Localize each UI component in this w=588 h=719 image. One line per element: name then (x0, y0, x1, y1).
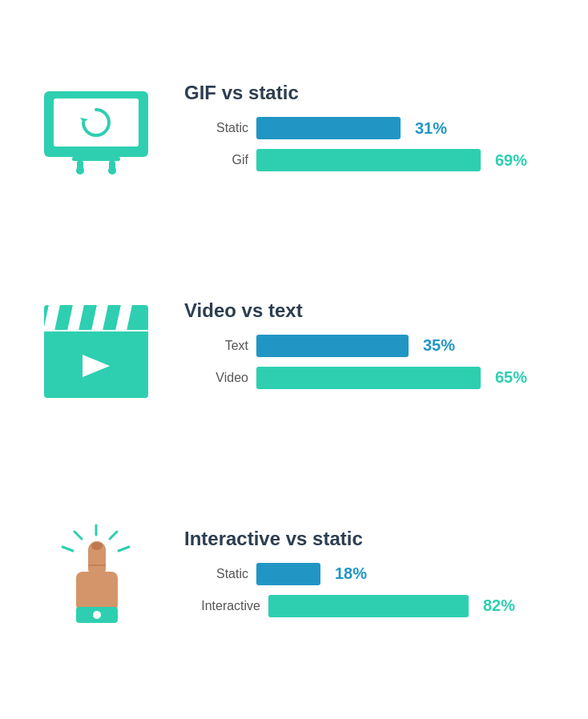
interactive-vs-static-title: Interactive vs static (184, 528, 556, 550)
svg-line-17 (110, 532, 117, 539)
video-icon (36, 297, 156, 401)
gif-static-label: Static (184, 121, 248, 135)
gif-icon-area (32, 87, 160, 175)
interactive-interactive-bar-row: Interactive 82% (184, 595, 556, 617)
gif-static-pct: 31% (415, 119, 447, 138)
svg-point-25 (91, 542, 103, 550)
svg-line-20 (62, 547, 73, 551)
video-video-pct: 65% (495, 368, 527, 387)
gif-static-bar-row: Static 31% (184, 117, 556, 139)
svg-line-18 (119, 547, 129, 551)
gif-vs-static-section: GIF vs static Static 31% Gif 69% (32, 82, 556, 181)
interactive-interactive-label: Interactive (184, 599, 260, 613)
gif-vs-static-title: GIF vs static (184, 82, 556, 104)
interactive-interactive-bar (268, 595, 469, 617)
video-text-label: Text (184, 339, 248, 353)
interactive-static-label: Static (184, 567, 248, 581)
gif-gif-label: Gif (184, 153, 248, 167)
interactive-static-bar (256, 563, 320, 585)
video-vs-text-section: Video vs text Text 35% Video 65% (32, 297, 556, 401)
video-text-bar (256, 335, 409, 357)
interactive-vs-static-section: Interactive vs static Static 18% Interac… (32, 517, 556, 637)
svg-line-19 (75, 532, 82, 539)
svg-rect-1 (54, 98, 139, 147)
video-icon-area (32, 297, 160, 401)
gif-gif-pct: 69% (495, 151, 527, 170)
svg-rect-22 (76, 572, 118, 612)
interactive-static-pct: 18% (335, 564, 367, 583)
svg-rect-7 (109, 161, 115, 173)
video-video-label: Video (184, 371, 248, 385)
video-text-bar-row: Text 35% (184, 335, 556, 357)
touch-icon (36, 517, 156, 637)
gif-vs-static-chart: GIF vs static Static 31% Gif 69% (184, 82, 556, 181)
gif-gif-bar (256, 149, 481, 171)
touch-icon-area (32, 517, 160, 637)
gif-icon (36, 87, 156, 175)
svg-rect-5 (77, 161, 83, 173)
svg-point-24 (93, 611, 101, 619)
page: GIF vs static Static 31% Gif 69% (0, 0, 588, 719)
interactive-static-bar-row: Static 18% (184, 563, 556, 585)
interactive-vs-static-chart: Interactive vs static Static 18% Interac… (184, 528, 556, 627)
gif-static-bar (256, 117, 401, 139)
video-video-bar-row: Video 65% (184, 367, 556, 389)
gif-gif-bar-row: Gif 69% (184, 149, 556, 171)
video-vs-text-title: Video vs text (184, 299, 556, 322)
svg-rect-3 (72, 157, 120, 161)
interactive-interactive-pct: 82% (483, 596, 515, 615)
video-text-pct: 35% (423, 336, 455, 355)
video-video-bar (256, 367, 481, 389)
video-vs-text-chart: Video vs text Text 35% Video 65% (184, 299, 556, 399)
